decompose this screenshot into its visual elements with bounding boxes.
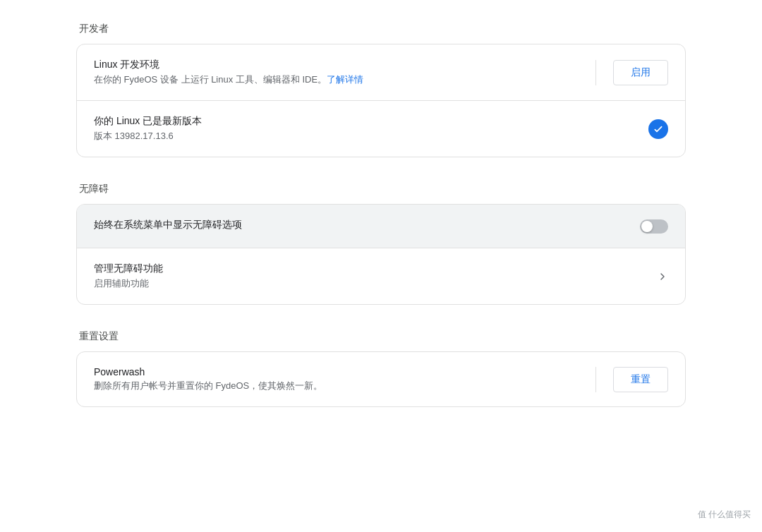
check-icon-linux-version	[648, 119, 668, 139]
section-title-accessibility: 无障碍	[76, 183, 686, 195]
row-content-linux-version: 你的 Linux 已是最新版本版本 13982.17.13.6	[94, 115, 631, 143]
section-title-reset: 重置设置	[76, 330, 686, 343]
linux-env-button[interactable]: 启用	[613, 60, 668, 85]
divider-powerwash	[595, 367, 596, 392]
card-accessibility: 始终在系统菜单中显示无障碍选项管理无障碍功能启用辅助功能	[76, 204, 686, 305]
row-title-always-show-accessibility: 始终在系统菜单中显示无障碍选项	[94, 219, 623, 231]
row-content-linux-env: Linux 开发环境在你的 FydeOS 设备 上运行 Linux 工具、编辑器…	[94, 59, 579, 86]
row-title-manage-accessibility: 管理无障碍功能	[94, 262, 640, 275]
row-content-powerwash: Powerwash删除所有用户帐号并重置你的 FydeOS，使其焕然一新。	[94, 366, 579, 392]
learn-more-link-linux-env[interactable]: 了解详情	[327, 74, 363, 85]
row-linux-env: Linux 开发环境在你的 FydeOS 设备 上运行 Linux 工具、编辑器…	[77, 44, 685, 101]
toggle-always-show-accessibility[interactable]	[640, 219, 668, 234]
chevron-icon-manage-accessibility	[657, 271, 668, 282]
card-reset: Powerwash删除所有用户帐号并重置你的 FydeOS，使其焕然一新。重置	[76, 351, 686, 407]
section-developer: 开发者Linux 开发环境在你的 FydeOS 设备 上运行 Linux 工具、…	[76, 23, 686, 157]
row-action-manage-accessibility	[657, 271, 668, 282]
row-action-linux-env: 启用	[595, 60, 668, 85]
row-title-powerwash: Powerwash	[94, 366, 579, 377]
section-accessibility: 无障碍始终在系统菜单中显示无障碍选项管理无障碍功能启用辅助功能	[76, 183, 686, 305]
row-title-linux-env: Linux 开发环境	[94, 59, 579, 71]
row-content-always-show-accessibility: 始终在系统菜单中显示无障碍选项	[94, 219, 623, 234]
row-action-powerwash: 重置	[595, 367, 668, 392]
page-content: 开发者Linux 开发环境在你的 FydeOS 设备 上运行 Linux 工具、…	[42, 0, 720, 466]
row-subtitle-linux-version: 版本 13982.17.13.6	[94, 130, 631, 143]
row-action-linux-version	[648, 119, 668, 139]
row-action-always-show-accessibility	[640, 219, 668, 234]
divider-linux-env	[595, 60, 596, 85]
row-subtitle-powerwash: 删除所有用户帐号并重置你的 FydeOS，使其焕然一新。	[94, 380, 579, 392]
powerwash-button[interactable]: 重置	[613, 367, 668, 392]
row-subtitle-manage-accessibility: 启用辅助功能	[94, 277, 640, 290]
card-developer: Linux 开发环境在你的 FydeOS 设备 上运行 Linux 工具、编辑器…	[76, 44, 686, 157]
row-linux-version: 你的 Linux 已是最新版本版本 13982.17.13.6	[77, 101, 685, 157]
section-title-developer: 开发者	[76, 23, 686, 35]
row-content-manage-accessibility: 管理无障碍功能启用辅助功能	[94, 262, 640, 290]
row-subtitle-linux-env: 在你的 FydeOS 设备 上运行 Linux 工具、编辑器和 IDE。了解详情	[94, 73, 579, 86]
row-manage-accessibility[interactable]: 管理无障碍功能启用辅助功能	[77, 248, 685, 304]
row-title-linux-version: 你的 Linux 已是最新版本	[94, 115, 631, 128]
row-powerwash: Powerwash删除所有用户帐号并重置你的 FydeOS，使其焕然一新。重置	[77, 352, 685, 406]
section-reset: 重置设置Powerwash删除所有用户帐号并重置你的 FydeOS，使其焕然一新…	[76, 330, 686, 407]
watermark: 值 什么值得买	[698, 509, 751, 521]
row-always-show-accessibility: 始终在系统菜单中显示无障碍选项	[77, 205, 685, 248]
